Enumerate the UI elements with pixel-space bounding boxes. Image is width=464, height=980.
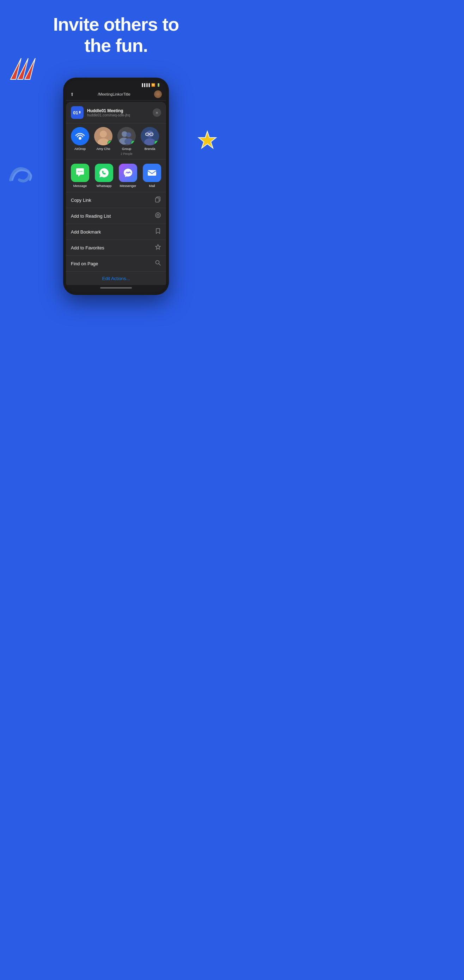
arrow-decoration bbox=[3, 55, 39, 84]
share-header: 01 🎙 Huddle01 Meeting huddle01.com/nwq-s… bbox=[66, 102, 166, 124]
browser-avatar bbox=[154, 90, 162, 98]
svg-point-19 bbox=[100, 130, 107, 138]
mail-label: Mail bbox=[149, 184, 155, 188]
group-avatar: ✓ bbox=[118, 127, 136, 145]
find-on-page-label: Find on Page bbox=[71, 261, 98, 266]
status-icons: ▐▐▐▐ 🛜 🔋 bbox=[141, 83, 160, 87]
favorites-icon bbox=[155, 244, 161, 251]
app-messenger[interactable]: Messenger bbox=[119, 164, 137, 188]
whatsapp-label: Whatsapp bbox=[97, 184, 112, 188]
whatsapp-icon bbox=[95, 164, 113, 182]
phone-container: ▐▐▐▐ 🛜 🔋 ⬆ /MeetingLinkorTitle 01 🎙 bbox=[63, 78, 169, 295]
share-app-name: Huddle01 Meeting bbox=[87, 108, 149, 113]
contact-brenda[interactable]: ✓ Brenda bbox=[139, 127, 160, 156]
status-bar: ▐▐▐▐ 🛜 🔋 bbox=[66, 80, 166, 88]
reading-list-label: Add to Reading List bbox=[71, 213, 111, 219]
messenger-label: Messenger bbox=[120, 184, 137, 188]
svg-point-17 bbox=[79, 137, 81, 140]
mail-icon bbox=[143, 164, 161, 182]
share-title-block: Huddle01 Meeting huddle01.com/nwq-sdlk-j… bbox=[87, 108, 149, 117]
brenda-badge: ✓ bbox=[154, 140, 159, 145]
home-bar bbox=[100, 287, 132, 289]
copy-link-icon bbox=[155, 196, 161, 204]
action-reading-list[interactable]: Add to Reading List bbox=[66, 208, 166, 224]
hero-line2: the fun. bbox=[84, 35, 148, 56]
group-badge: ✓ bbox=[131, 140, 136, 145]
browser-url: /MeetingLinkorTitle bbox=[74, 92, 154, 96]
svg-marker-3 bbox=[199, 131, 216, 148]
svg-point-33 bbox=[80, 171, 81, 172]
swirl-decoration bbox=[7, 162, 35, 185]
group-label: Group bbox=[122, 147, 131, 151]
action-list: Copy Link Add to Reading List bbox=[66, 192, 166, 271]
bookmark-icon bbox=[155, 228, 161, 235]
group-sublabel: 2 People bbox=[121, 152, 133, 156]
app-whatsapp[interactable]: Whatsapp bbox=[95, 164, 113, 188]
star-decoration bbox=[197, 130, 218, 151]
svg-marker-1 bbox=[17, 58, 28, 80]
share-sheet: 01 🎙 Huddle01 Meeting huddle01.com/nwq-s… bbox=[66, 102, 166, 285]
svg-point-32 bbox=[78, 171, 79, 172]
messenger-icon bbox=[119, 164, 137, 182]
action-bookmark[interactable]: Add Bookmark bbox=[66, 224, 166, 240]
action-copy-link[interactable]: Copy Link bbox=[66, 192, 166, 208]
hero-line1: Invite others to bbox=[53, 14, 179, 35]
svg-marker-0 bbox=[11, 58, 21, 80]
message-icon bbox=[71, 164, 89, 182]
airdrop-label: AirDrop bbox=[75, 147, 86, 151]
contact-row: AirDrop ✓ Amy Cho bbox=[66, 124, 166, 159]
svg-point-34 bbox=[81, 171, 83, 172]
action-favorites[interactable]: Add to Favorites bbox=[66, 240, 166, 256]
contact-amy[interactable]: ✓ Amy Cho bbox=[93, 127, 114, 156]
svg-rect-35 bbox=[148, 170, 156, 176]
airdrop-avatar bbox=[71, 127, 89, 145]
phone-outer: ▐▐▐▐ 🛜 🔋 ⬆ /MeetingLinkorTitle 01 🎙 bbox=[63, 78, 169, 295]
brenda-label: Brenda bbox=[145, 147, 156, 151]
svg-point-39 bbox=[157, 214, 159, 216]
favorites-label: Add to Favorites bbox=[71, 245, 104, 250]
edit-actions-label[interactable]: Edit Actions... bbox=[102, 276, 130, 281]
contact-group[interactable]: ✓ Group 2 People bbox=[116, 127, 137, 156]
svg-line-42 bbox=[159, 264, 161, 266]
share-url: huddle01.com/nwq-sdlk-jhq bbox=[87, 113, 149, 117]
amy-label: Amy Cho bbox=[96, 147, 110, 151]
home-indicator bbox=[66, 285, 166, 292]
edit-actions[interactable]: Edit Actions... bbox=[66, 271, 166, 285]
svg-rect-37 bbox=[156, 198, 159, 202]
brenda-avatar: ✓ bbox=[141, 127, 159, 145]
hero-section: Invite others to the fun. bbox=[0, 14, 232, 56]
phone-inner: ▐▐▐▐ 🛜 🔋 ⬆ /MeetingLinkorTitle 01 🎙 bbox=[66, 80, 166, 292]
copy-link-label: Copy Link bbox=[71, 197, 91, 203]
app-message[interactable]: Message bbox=[71, 164, 89, 188]
svg-marker-40 bbox=[156, 245, 160, 250]
app-mail[interactable]: Mail bbox=[143, 164, 161, 188]
message-label: Message bbox=[73, 184, 87, 188]
amy-badge: ✓ bbox=[108, 140, 113, 145]
bookmark-label: Add Bookmark bbox=[71, 229, 101, 235]
reading-list-icon bbox=[155, 212, 161, 220]
app-row: Message Whatsapp bbox=[66, 159, 166, 192]
app-icon-small: 01 🎙 bbox=[71, 106, 84, 119]
browser-bar[interactable]: ⬆ /MeetingLinkorTitle bbox=[66, 88, 166, 100]
contact-airdrop[interactable]: AirDrop bbox=[70, 127, 91, 156]
find-on-page-icon bbox=[155, 259, 161, 267]
action-find-on-page[interactable]: Find on Page bbox=[66, 256, 166, 271]
amy-avatar: ✓ bbox=[94, 127, 113, 145]
svg-point-23 bbox=[126, 132, 131, 137]
svg-marker-2 bbox=[25, 58, 35, 80]
close-button[interactable]: × bbox=[153, 108, 161, 117]
svg-point-38 bbox=[156, 213, 160, 218]
hero-title: Invite others to the fun. bbox=[0, 14, 232, 56]
